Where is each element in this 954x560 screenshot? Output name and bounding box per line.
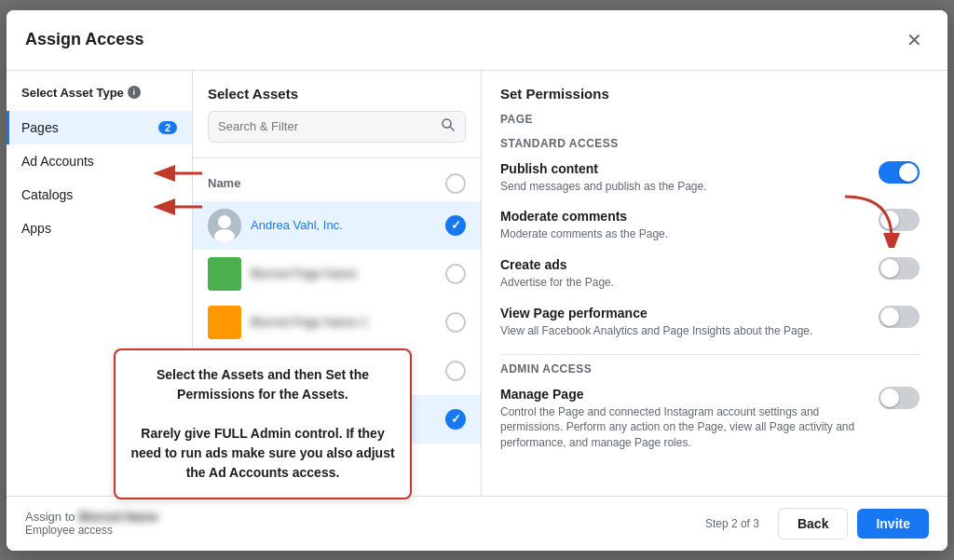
close-icon: ✕ [906,29,922,51]
toggle-slider-publish [879,161,920,184]
pages-label: Pages [21,120,59,135]
sidebar-item-pages[interactable]: Pages 2 [7,111,192,144]
asset-item-andrea[interactable]: Andrea Vahl, Inc. ✓ [193,201,481,250]
asset-check-2[interactable] [445,264,466,284]
asset-list-header: Name [193,166,481,201]
callout-box: Select the Assets and then Set the Permi… [114,348,412,499]
back-button[interactable]: Back [778,508,848,540]
standard-access-label: Standard Access [500,137,920,150]
moderate-comments-toggle[interactable] [879,209,920,231]
asset-check-5[interactable]: ✓ [445,409,466,430]
callout-text: Select the Assets and then Set the Permi… [130,365,395,483]
permission-create-ads: Create ads Advertise for the Page. [500,257,920,291]
modal-footer: Assign to Blurred Name Employee access S… [7,496,947,551]
catalogs-label: Catalogs [21,187,73,202]
asset-check-3[interactable] [445,312,466,333]
search-input[interactable] [218,119,441,133]
access-type-label: Employee access [25,524,158,537]
checkmark-icon: ✓ [451,218,461,232]
toggle-slider-performance [879,306,920,328]
toggle-slider-moderate [879,209,920,231]
toggle-slider-manage [879,387,920,409]
right-panel: Set Permissions Page Standard Access Pub… [482,71,947,496]
svg-rect-8 [208,306,241,339]
publish-content-desc: Send messages and publish as the Page. [500,179,864,195]
search-box[interactable] [208,111,466,143]
set-permissions-title: Set Permissions [500,86,920,102]
page-label: Page [500,113,920,126]
sidebar-item-catalogs[interactable]: Catalogs [7,178,192,212]
name-column-label: Name [208,176,240,190]
manage-page-name: Manage Page [500,387,864,402]
view-performance-text: View Page performance View all Facebook … [500,306,879,339]
view-performance-name: View Page performance [500,306,864,321]
select-assets-title: Select Assets [208,86,466,102]
invite-button[interactable]: Invite [857,509,929,539]
modal-overlay: Assign Access ✕ Select Asset Type i Page… [0,0,954,560]
asset-type-title: Select Asset Type i [7,86,192,111]
manage-page-text: Manage Page Control the Page and connect… [500,387,879,451]
close-button[interactable]: ✕ [899,25,929,55]
asset-name-andrea: Andrea Vahl, Inc. [251,218,445,232]
asset-name-3: Blurred Page Name 2 [251,315,445,329]
permission-moderate-comments: Moderate comments Moderate comments as t… [500,209,920,242]
footer-left: Assign to Blurred Name Employee access [25,510,158,537]
svg-rect-7 [208,257,241,291]
select-all-checkbox[interactable] [445,173,466,194]
asset-item-3[interactable]: Blurred Page Name 2 [193,298,481,347]
avatar-3 [208,306,241,339]
avatar-2 [208,257,241,291]
asset-check-andrea[interactable]: ✓ [445,215,466,236]
permission-manage-page: Manage Page Control the Page and connect… [500,387,920,451]
create-ads-toggle[interactable] [879,257,920,280]
search-icon [441,117,456,136]
info-icon[interactable]: i [128,86,141,99]
view-performance-toggle[interactable] [879,306,920,328]
svg-line-3 [450,127,454,130]
middle-panel-header: Select Assets [193,71,481,158]
avatar-andrea [208,209,241,242]
admin-access-label: Admin Access [500,354,920,376]
modal-header: Assign Access ✕ [7,10,947,71]
checkmark-icon-5: ✓ [451,412,461,426]
asset-item-2[interactable]: Blurred Page Name [193,250,481,298]
publish-content-name: Publish content [500,161,864,176]
assign-access-modal: Assign Access ✕ Select Asset Type i Page… [7,10,947,551]
publish-content-text: Publish content Send messages and publis… [500,161,879,195]
svg-point-5 [218,215,231,228]
pages-badge: 2 [158,121,177,134]
manage-page-toggle[interactable] [879,387,920,409]
modal-title: Assign Access [25,30,143,49]
create-ads-text: Create ads Advertise for the Page. [500,257,879,291]
asset-name-2: Blurred Page Name [251,266,445,280]
assign-to-prefix: Assign to [25,510,75,524]
toggle-slider-ads [879,257,920,280]
assign-to-name: Blurred Name [78,510,157,524]
publish-content-toggle[interactable] [879,161,920,184]
create-ads-name: Create ads [500,257,864,272]
ad-accounts-label: Ad Accounts [21,154,94,169]
asset-check-4[interactable] [445,361,466,381]
footer-right: Back Invite [778,508,929,540]
apps-label: Apps [21,221,51,236]
create-ads-desc: Advertise for the Page. [500,275,864,291]
sidebar-item-ad-accounts[interactable]: Ad Accounts [7,144,192,178]
moderate-comments-text: Moderate comments Moderate comments as t… [500,209,879,242]
right-panel-content: Set Permissions Page Standard Access Pub… [482,71,947,496]
sidebar-item-apps[interactable]: Apps [7,212,192,245]
permission-publish-content: Publish content Send messages and publis… [500,161,920,195]
manage-page-desc: Control the Page and connected Instagram… [500,404,864,451]
view-performance-desc: View all Facebook Analytics and Page Ins… [500,323,864,339]
moderate-comments-name: Moderate comments [500,209,864,224]
permission-view-performance: View Page performance View all Facebook … [500,306,920,339]
moderate-comments-desc: Moderate comments as the Page. [500,226,864,242]
step-label: Step 2 of 3 [705,517,759,530]
